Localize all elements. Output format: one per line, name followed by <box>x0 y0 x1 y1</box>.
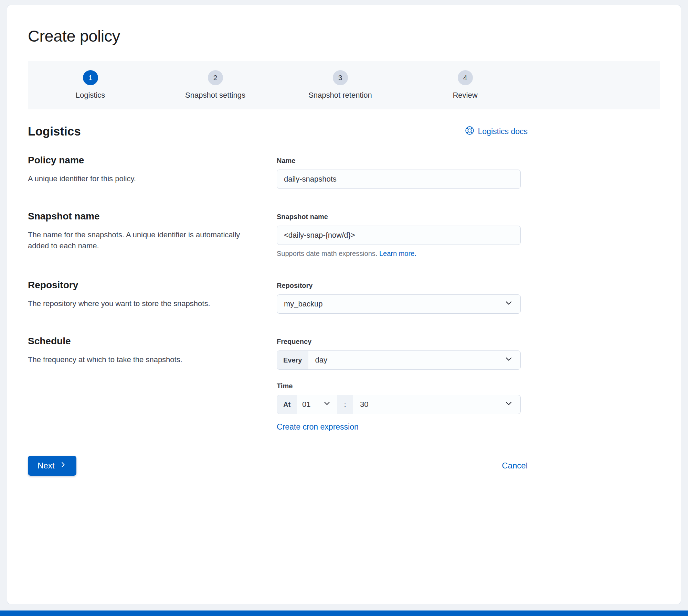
time-control: At 01 : 30 <box>277 395 521 414</box>
step-4-number: 4 <box>458 70 473 85</box>
create-cron-expression-link[interactable]: Create cron expression <box>277 422 359 432</box>
snapshot-name-description: The name for the snapshots. A unique ide… <box>28 229 255 251</box>
repository-title: Repository <box>28 280 255 291</box>
time-prepend: At <box>277 395 297 414</box>
cancel-link[interactable]: Cancel <box>502 461 528 471</box>
step-snapshot-settings[interactable]: 2 Snapshot settings <box>153 61 278 109</box>
repository-select[interactable]: my_backup <box>277 294 521 314</box>
policy-name-describe: Policy name A unique identifier for this… <box>28 155 277 189</box>
create-policy-card: Create policy 1 Logistics 2 Snapshot set… <box>7 5 681 604</box>
repository-row: Repository The repository where you want… <box>28 280 528 314</box>
chevron-down-icon <box>504 354 514 366</box>
policy-name-field-label: Name <box>277 157 521 165</box>
logistics-form: Logistics Logistics docs Policy name A u… <box>28 125 528 476</box>
logistics-docs-label: Logistics docs <box>478 127 528 136</box>
snapshot-name-row: Snapshot name The name for the snapshots… <box>28 211 528 258</box>
step-logistics[interactable]: 1 Logistics <box>28 61 153 109</box>
repository-description: The repository where you want to store t… <box>28 298 255 309</box>
schedule-describe: Schedule The frequency at which to take … <box>28 336 277 432</box>
snapshot-name-field-label: Snapshot name <box>277 213 521 221</box>
form-actions: Next Cancel <box>28 456 528 476</box>
snapshot-name-title: Snapshot name <box>28 211 255 222</box>
section-header: Logistics Logistics docs <box>28 125 528 138</box>
logistics-docs-link[interactable]: Logistics docs <box>465 126 528 137</box>
time-field-label: Time <box>277 382 521 390</box>
policy-name-title: Policy name <box>28 155 255 166</box>
next-button[interactable]: Next <box>28 456 76 476</box>
frequency-field-label: Frequency <box>277 338 521 346</box>
step-4-label: Review <box>403 91 528 100</box>
life-ring-icon <box>465 126 474 137</box>
step-indicator: 1 Logistics 2 Snapshot settings 3 Snapsh… <box>28 61 660 109</box>
minute-select[interactable]: 30 <box>353 395 520 414</box>
step-2-number: 2 <box>208 70 223 85</box>
policy-name-input[interactable] <box>277 170 521 189</box>
policy-name-description: A unique identifier for this policy. <box>28 173 255 184</box>
step-review[interactable]: 4 Review <box>403 61 528 109</box>
step-1-number: 1 <box>83 70 98 85</box>
hour-select[interactable]: 01 <box>297 395 337 414</box>
hour-select-value: 01 <box>302 400 310 409</box>
repository-describe: Repository The repository where you want… <box>28 280 277 314</box>
snapshot-name-help: Supports date math expressions. Learn mo… <box>277 250 521 258</box>
step-snapshot-retention[interactable]: 3 Snapshot retention <box>278 61 403 109</box>
page-title: Create policy <box>28 26 660 45</box>
step-1-label: Logistics <box>28 91 153 100</box>
next-button-label: Next <box>38 461 54 471</box>
bottom-accent-bar <box>0 610 688 616</box>
repository-field-label: Repository <box>277 282 521 290</box>
learn-more-link[interactable]: Learn more. <box>379 250 416 257</box>
chevron-right-icon <box>59 461 67 471</box>
section-title: Logistics <box>28 125 81 138</box>
chevron-down-icon <box>504 399 514 410</box>
snapshot-name-describe: Snapshot name The name for the snapshots… <box>28 211 277 258</box>
policy-name-row: Policy name A unique identifier for this… <box>28 155 528 189</box>
step-3-number: 3 <box>333 70 348 85</box>
repository-select-value: my_backup <box>284 300 323 309</box>
frequency-select-value: day <box>315 356 327 365</box>
minute-select-value: 30 <box>360 400 368 409</box>
step-3-label: Snapshot retention <box>278 91 403 100</box>
schedule-row: Schedule The frequency at which to take … <box>28 336 528 432</box>
snapshot-name-input[interactable] <box>277 226 521 245</box>
schedule-title: Schedule <box>28 336 255 347</box>
schedule-description: The frequency at which to take the snaps… <box>28 354 255 365</box>
frequency-control: Every day <box>277 350 521 370</box>
time-separator: : <box>337 395 353 414</box>
chevron-down-icon <box>504 298 514 310</box>
step-2-label: Snapshot settings <box>153 91 278 100</box>
snapshot-name-help-text: Supports date math expressions. <box>277 250 377 257</box>
chevron-down-icon <box>322 399 331 410</box>
frequency-select[interactable]: day <box>308 351 521 369</box>
frequency-prepend: Every <box>277 351 308 369</box>
